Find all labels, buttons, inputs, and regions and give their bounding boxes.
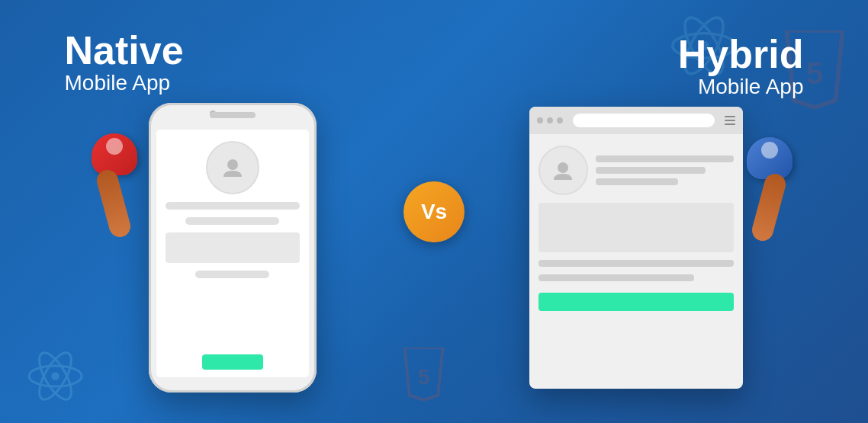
svg-point-13	[558, 162, 568, 173]
browser-toolbar	[529, 107, 743, 134]
hybrid-title-bold: Hybrid	[678, 34, 804, 74]
native-title-bold: Native	[65, 30, 184, 70]
browser-content-block	[538, 203, 734, 252]
phone-content	[166, 232, 300, 263]
bg-html5-bottom-icon: 5	[399, 348, 448, 408]
browser-avatar	[538, 146, 588, 195]
native-subtitle: Mobile App	[65, 70, 400, 96]
svg-point-12	[227, 159, 238, 170]
browser-info-line-3	[596, 178, 679, 185]
svg-text:5: 5	[806, 56, 823, 91]
browser-cta-button	[538, 293, 734, 311]
phone-cta-button	[202, 354, 263, 370]
phone-mockup	[149, 103, 317, 393]
phone-wrapper	[149, 103, 317, 393]
browser-menu-icon	[725, 116, 735, 125]
browser-user-info	[596, 155, 734, 185]
browser-dot-1	[537, 117, 543, 123]
browser-info-line-2	[596, 167, 706, 174]
phone-screen	[156, 130, 309, 377]
browser-profile-row	[538, 146, 734, 195]
browser-line-2	[538, 274, 695, 281]
right-section: Hybrid Mobile App	[468, 34, 804, 389]
browser-dot-2	[547, 117, 553, 123]
left-boxing-arm	[92, 133, 137, 238]
right-boxing-arm	[747, 137, 792, 242]
browser-address-bar	[573, 114, 715, 127]
phone-avatar	[206, 141, 259, 194]
browser-info-line-1	[596, 155, 734, 162]
hybrid-subtitle: Mobile App	[468, 74, 804, 100]
phone-line-1	[166, 202, 300, 210]
browser-line-1	[538, 260, 734, 267]
browser-screen	[529, 134, 743, 319]
vs-label: Vs	[421, 200, 447, 224]
browser-wrapper	[529, 107, 743, 389]
main-container: 5 5 Native Mobile App	[0, 0, 868, 423]
browser-dot-3	[557, 117, 563, 123]
svg-point-7	[51, 372, 59, 380]
left-section: Native Mobile App	[65, 30, 400, 393]
svg-text:5: 5	[418, 365, 429, 389]
native-title-block: Native Mobile App	[65, 30, 400, 96]
phone-notch	[210, 112, 256, 118]
hybrid-title-block: Hybrid Mobile App	[468, 34, 804, 100]
phone-line-3	[195, 271, 269, 278]
browser-mockup	[529, 107, 743, 389]
phone-line-2	[185, 217, 279, 225]
